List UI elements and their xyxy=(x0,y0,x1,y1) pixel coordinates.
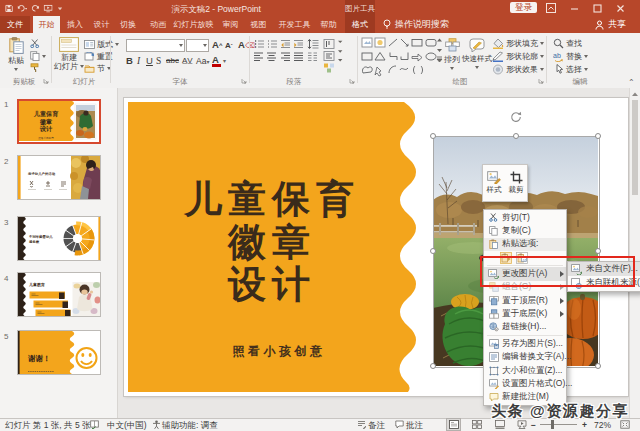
fit-to-window-icon[interactable] xyxy=(620,420,630,429)
shape-outline-button[interactable]: 形状轮廓 xyxy=(492,51,544,62)
shapes-gallery[interactable] xyxy=(361,37,444,79)
zoom-slider-track[interactable] xyxy=(540,424,577,425)
submenu-item-from-online[interactable]: 来自联机来源(E)... xyxy=(568,276,640,290)
maximize-icon[interactable] xyxy=(593,4,602,13)
accessibility-icon[interactable] xyxy=(152,420,161,429)
menu-item-hyperlink[interactable]: 超链接(H)... xyxy=(484,321,566,334)
slide-title[interactable]: 儿童保育徽章设计 xyxy=(128,178,416,306)
submenu-item-from-file[interactable]: 来自文件(F)... xyxy=(568,262,640,276)
shadow-button[interactable]: S xyxy=(156,56,161,66)
zoom-slider-thumb[interactable] xyxy=(551,420,554,429)
rotate-handle[interactable] xyxy=(510,111,522,123)
tab-review[interactable]: 审阅 xyxy=(218,16,243,33)
layout-button[interactable]: 版式 xyxy=(84,39,119,50)
menu-item-save-as-picture[interactable]: 另存为图片(S)... xyxy=(484,337,566,350)
cut-button[interactable] xyxy=(30,39,40,48)
tab-view[interactable]: 视图 xyxy=(245,16,272,33)
redo-icon[interactable] xyxy=(31,4,39,12)
resize-handle-e[interactable] xyxy=(595,248,601,254)
tell-me-search[interactable]: 操作说明搜索 xyxy=(383,16,449,33)
menu-item-copy[interactable]: 复制(C) xyxy=(484,224,566,237)
char-spacing-button[interactable]: A̲V̲ xyxy=(182,56,193,66)
grow-font-button[interactable]: A^ xyxy=(212,40,222,50)
clear-formatting-button[interactable]: A⌫ xyxy=(238,40,255,51)
tab-design[interactable]: 设计 xyxy=(89,16,114,33)
resize-handle-nw[interactable] xyxy=(430,133,436,139)
save-icon[interactable] xyxy=(5,4,13,12)
replace-button[interactable]: ab替换 xyxy=(553,51,588,62)
tab-file[interactable]: 文件 xyxy=(0,16,30,33)
tab-format[interactable]: 格式 xyxy=(345,16,375,33)
start-slideshow-icon[interactable] xyxy=(44,4,53,12)
resize-handle-w[interactable] xyxy=(430,248,436,254)
tab-animations[interactable]: 动画 xyxy=(145,16,171,33)
scrollbar-thumb[interactable] xyxy=(632,100,638,195)
zoom-out-button[interactable]: − xyxy=(531,420,536,430)
paste-picture-icon[interactable] xyxy=(516,252,528,264)
accessibility-status[interactable]: 辅助功能: 调查 xyxy=(162,420,218,431)
quick-styles-button[interactable]: 快速样式 xyxy=(462,38,492,69)
menu-item-bring-front[interactable]: 置于顶层(R) xyxy=(484,294,566,307)
slide-thumbnail-3[interactable]: 不同年龄婴幼儿 服务表 xyxy=(17,216,101,261)
undo-icon[interactable] xyxy=(17,4,27,12)
paste-keep-formatting-icon[interactable] xyxy=(500,252,512,264)
italic-button[interactable]: I xyxy=(137,56,140,66)
drawing-dialog-launcher[interactable] xyxy=(538,78,544,84)
resize-handle-n[interactable] xyxy=(513,133,519,139)
ribbon-display-options-icon[interactable] xyxy=(546,3,556,13)
shape-fill-button[interactable]: 形状填充 xyxy=(492,38,544,49)
scrollbar-up-icon[interactable] xyxy=(631,91,639,97)
arrange-button[interactable]: 排列 xyxy=(444,38,460,70)
shape-effects-button[interactable]: 形状效果 xyxy=(492,64,544,75)
slide-thumbnail-1[interactable]: 儿童保育 徽章 设计 照看小孩创意 xyxy=(17,99,101,144)
collapse-ribbon-icon[interactable]: ⌃ xyxy=(628,78,635,87)
slide-thumbnail-4[interactable]: 儿童教育 xyxy=(17,272,101,317)
menu-item-change-picture[interactable]: 更改图片(A) xyxy=(484,267,566,280)
font-color-button[interactable]: A xyxy=(212,55,221,67)
menu-item-cut[interactable]: 剪切(T) xyxy=(484,211,566,224)
shrink-font-button[interactable]: Aˇ xyxy=(225,41,232,51)
menu-item-edit-alt-text[interactable]: 编辑替换文字(A)... xyxy=(484,351,566,364)
spellcheck-icon[interactable] xyxy=(90,420,99,429)
section-button[interactable]: 节 xyxy=(84,63,111,74)
bold-button[interactable]: B xyxy=(126,56,133,66)
mini-style-button[interactable]: 样式 xyxy=(483,165,505,201)
menu-item-send-back[interactable]: 置于底层(K) xyxy=(484,307,566,320)
view-normal-button[interactable] xyxy=(447,419,460,430)
resize-handle-sw[interactable] xyxy=(430,363,436,369)
view-sorter-button[interactable] xyxy=(470,419,483,430)
reset-button[interactable]: 重置 xyxy=(84,51,113,62)
tab-developer[interactable]: 开发工具 xyxy=(275,16,314,33)
notes-toggle[interactable]: 备注 xyxy=(368,420,385,431)
paste-button[interactable]: 粘贴 xyxy=(8,37,24,71)
font-dialog-launcher[interactable] xyxy=(241,78,247,84)
underline-button[interactable]: U xyxy=(146,56,153,66)
sign-in-button[interactable]: 登录 xyxy=(510,2,537,13)
tab-help[interactable]: 帮助 xyxy=(316,16,341,33)
menu-item-format-picture[interactable]: 设置图片格式(O)... xyxy=(484,377,566,390)
slide-thumbnail-2[interactable]: 亲子幼儿户外活动 xyxy=(17,155,101,200)
format-painter-button[interactable] xyxy=(30,63,40,73)
qat-customize-icon[interactable] xyxy=(57,4,63,12)
tab-home[interactable]: 开始 xyxy=(33,16,60,33)
font-size-combo[interactable] xyxy=(186,39,209,52)
slide-subtitle[interactable]: 照看小孩创意 xyxy=(135,343,423,360)
strikethrough-button[interactable]: abc xyxy=(166,56,179,66)
language-status[interactable]: 中文(中国) xyxy=(107,420,147,431)
close-icon[interactable] xyxy=(616,4,625,13)
select-button[interactable]: 选择 xyxy=(553,64,588,75)
change-case-button[interactable]: Aa▾ xyxy=(196,56,209,67)
mini-crop-button[interactable]: 裁剪 xyxy=(505,165,527,201)
tab-insert[interactable]: 插入 xyxy=(62,16,88,33)
gallery-scroll-buttons[interactable] xyxy=(437,39,442,63)
zoom-in-button[interactable]: + xyxy=(582,420,587,430)
share-button[interactable]: 共享 xyxy=(595,16,626,33)
menu-item-size-position[interactable]: 大小和位置(Z)... xyxy=(484,364,566,377)
tab-slideshow[interactable]: 幻灯片放映 xyxy=(173,16,214,33)
find-button[interactable]: 查找 xyxy=(553,38,582,49)
resize-handle-se[interactable] xyxy=(595,363,601,369)
paragraph-dialog-launcher[interactable] xyxy=(349,78,355,84)
font-name-combo[interactable] xyxy=(126,39,185,52)
clipboard-dialog-launcher[interactable] xyxy=(43,78,49,84)
new-slide-button[interactable]: 新建 幻灯片 xyxy=(54,37,84,71)
